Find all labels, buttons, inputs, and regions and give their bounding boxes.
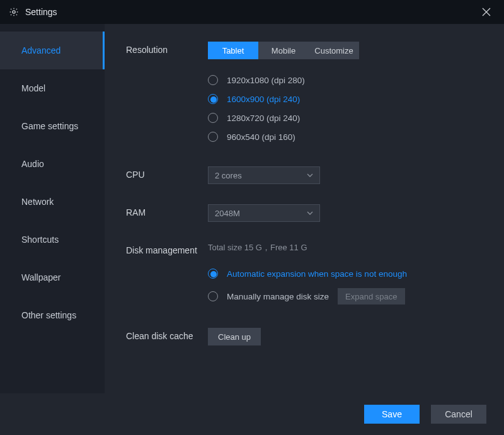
sidebar: Advanced Model Game settings Audio Netwo…: [0, 24, 105, 393]
sidebar-item-wallpaper[interactable]: Wallpaper: [0, 258, 105, 296]
sidebar-item-model[interactable]: Model: [0, 69, 105, 107]
sidebar-item-audio[interactable]: Audio: [0, 145, 105, 183]
sidebar-item-label: Network: [21, 197, 54, 207]
sidebar-item-label: Model: [21, 83, 45, 93]
radio-label: 1600x900 (dpi 240): [227, 95, 300, 104]
save-button[interactable]: Save: [364, 405, 420, 424]
window-title: Settings: [25, 7, 57, 17]
resolution-option[interactable]: 1280x720 (dpi 240): [208, 108, 483, 127]
main-panel: Resolution Tablet Mobile Customize: [105, 24, 504, 393]
resolution-option[interactable]: 1920x1080 (dpi 280): [208, 71, 483, 90]
cancel-button[interactable]: Cancel: [431, 405, 486, 424]
radio-icon: [208, 132, 218, 142]
ram-label: RAM: [126, 204, 208, 219]
radio-icon: [208, 94, 218, 104]
sidebar-item-label: Shortcuts: [21, 235, 59, 245]
clean-up-button[interactable]: Clean up: [208, 328, 261, 345]
footer: Save Cancel: [0, 393, 504, 435]
sidebar-item-label: Audio: [21, 159, 44, 169]
sidebar-item-game-settings[interactable]: Game settings: [0, 107, 105, 145]
radio-icon: [208, 291, 218, 301]
cpu-select[interactable]: 2 cores: [208, 166, 320, 184]
tab-label: Mobile: [272, 46, 295, 55]
sidebar-item-other-settings[interactable]: Other settings: [0, 296, 105, 334]
sidebar-item-shortcuts[interactable]: Shortcuts: [0, 221, 105, 258]
radio-label: Automatic expansion when space is not en…: [227, 269, 407, 279]
expand-space-button: Expand space: [338, 288, 404, 304]
button-label: Cancel: [445, 409, 472, 419]
button-label: Save: [382, 409, 402, 419]
select-value: 2 cores: [215, 171, 242, 180]
cpu-label: CPU: [126, 166, 208, 182]
radio-label: 1920x1080 (dpi 280): [227, 76, 305, 85]
titlebar: Settings: [0, 0, 504, 24]
tab-label: Customize: [314, 46, 353, 55]
sidebar-item-label: Other settings: [21, 310, 76, 320]
disk-option-auto[interactable]: Automatic expansion when space is not en…: [208, 262, 483, 285]
sidebar-item-label: Advanced: [21, 45, 60, 55]
resolution-options: 1920x1080 (dpi 280) 1600x900 (dpi 240) 1…: [208, 71, 483, 146]
ram-select[interactable]: 2048M: [208, 204, 320, 222]
radio-icon: [208, 75, 218, 85]
disk-option-manual[interactable]: Manually manage disk size Expand space: [208, 285, 483, 308]
resolution-tabs: Tablet Mobile Customize: [208, 42, 359, 59]
disk-info: Total size 15 G，Free 11 G: [208, 242, 483, 253]
radio-label: Manually manage disk size: [227, 292, 329, 301]
tab-customize[interactable]: Customize: [309, 42, 359, 59]
disk-options: Automatic expansion when space is not en…: [208, 262, 483, 308]
chevron-down-icon: [307, 211, 313, 215]
tab-mobile[interactable]: Mobile: [258, 42, 309, 59]
button-label: Clean up: [218, 332, 251, 342]
tab-tablet[interactable]: Tablet: [208, 42, 258, 59]
tab-label: Tablet: [222, 46, 244, 55]
sidebar-item-advanced[interactable]: Advanced: [0, 32, 105, 69]
sidebar-item-label: Wallpaper: [21, 272, 61, 282]
close-icon[interactable]: [478, 3, 495, 21]
radio-icon: [208, 113, 218, 123]
disk-label: Disk management: [126, 242, 208, 257]
resolution-option[interactable]: 1600x900 (dpi 240): [208, 90, 483, 108]
radio-icon: [208, 269, 218, 279]
select-value: 2048M: [215, 209, 240, 218]
sidebar-item-label: Game settings: [21, 121, 78, 131]
settings-icon: [9, 7, 19, 17]
resolution-option[interactable]: 960x540 (dpi 160): [208, 127, 483, 146]
sidebar-item-network[interactable]: Network: [0, 183, 105, 221]
resolution-label: Resolution: [126, 42, 208, 57]
radio-label: 1280x720 (dpi 240): [227, 113, 300, 123]
svg-point-0: [13, 11, 15, 13]
button-label: Expand space: [345, 292, 397, 301]
chevron-down-icon: [307, 173, 313, 177]
clean-cache-label: Clean disk cache: [126, 328, 208, 343]
radio-label: 960x540 (dpi 160): [227, 132, 295, 142]
